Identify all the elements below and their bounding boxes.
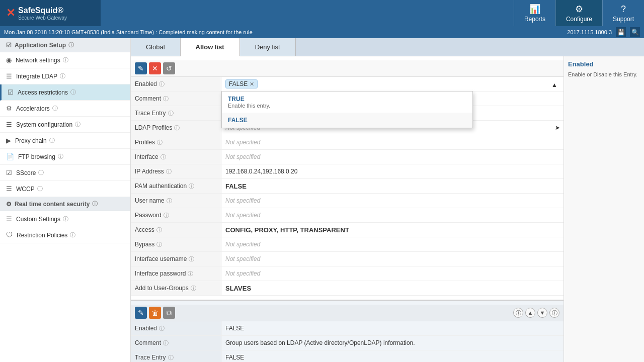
entry-1-interface-value: Not specified: [221, 150, 564, 164]
proxy-chain-label: Proxy chain: [15, 137, 47, 144]
sidebar-item-accelerators[interactable]: ⚙ Accelerators ⓘ: [0, 101, 130, 117]
access-restrictions-label: Access restrictions: [18, 89, 68, 96]
entry-1-scroll-up[interactable]: ▲: [551, 79, 564, 88]
entry-1: ✎ ✕ ↺ Enabled ⓘ FALSE ✕: [131, 56, 564, 301]
entry-2-info-btn[interactable]: ⓘ: [513, 308, 523, 318]
entry-1-pam-label: PAM authentication ⓘ: [131, 179, 221, 193]
sidebar-item-access-restrictions[interactable]: ☑ Access restrictions ⓘ: [0, 84, 130, 101]
sidebar-item-sscore[interactable]: ☑ SScore ⓘ: [0, 165, 130, 181]
entry-1-bypass-value: Not specified: [221, 237, 564, 251]
sscore-help-icon: ⓘ: [38, 169, 44, 176]
header-nav: 📊 Reports ⚙ Configure ? Support: [514, 0, 644, 26]
entry-1-ip-label: IP Address ⓘ: [131, 164, 221, 178]
tab-deny-list[interactable]: Deny list: [240, 38, 296, 56]
enabled-tag-close[interactable]: ✕: [250, 81, 254, 87]
entry-1-password-row: Password ⓘ Not specified: [131, 208, 564, 223]
entry-2-delete-btn[interactable]: 🗑: [149, 307, 161, 319]
entry-1-comment-label: Comment ⓘ: [131, 92, 221, 106]
right-panel-description: Enable or Disable this Entry.: [568, 71, 640, 78]
proxy-chain-icon: ▶: [6, 137, 11, 144]
entry-2-enabled-value: FALSE: [221, 321, 564, 335]
entry-1-enabled-value[interactable]: FALSE ✕ TRUE Enable this entry. FA: [221, 77, 551, 91]
real-time-icon: ⚙: [6, 201, 12, 208]
application-setup-help-icon: ⓘ: [68, 41, 74, 49]
tab-global[interactable]: Global: [131, 38, 181, 56]
support-icon: ?: [621, 4, 626, 15]
entry-1-edit-btn[interactable]: ✎: [135, 62, 147, 74]
entry-2-copy-btn[interactable]: ⧉: [163, 307, 175, 319]
logo-sub: Secure Web Gateway: [18, 15, 67, 21]
accelerators-help-icon: ⓘ: [52, 105, 58, 112]
entry-1-access-row: Access ⓘ CONFIG, PROXY, HTTP, TRANSPAREN…: [131, 223, 564, 237]
network-settings-icon: ◉: [6, 56, 12, 64]
entry-1-profiles-row: Profiles ⓘ Not specified: [131, 135, 564, 150]
statusbar-save-btn[interactable]: 💾: [616, 27, 626, 37]
entry-1-ifusername-row: Interface username ⓘ Not specified: [131, 252, 564, 266]
ftp-browsing-icon: 📄: [6, 153, 14, 160]
sidebar-section-application-setup[interactable]: ☑ Application Setup ⓘ: [0, 38, 130, 52]
sidebar-item-integrate-ldap[interactable]: ☰ Integrate LDAP ⓘ: [0, 68, 130, 84]
nav-reports[interactable]: 📊 Reports: [514, 0, 555, 26]
sidebar-item-proxy-chain[interactable]: ▶ Proxy chain ⓘ: [0, 133, 130, 149]
dropdown-option-true[interactable]: TRUE Enable this entry.: [222, 92, 472, 113]
sidebar-item-wccp[interactable]: ☰ WCCP ⓘ: [0, 181, 130, 197]
access-help-icon: ⓘ: [156, 226, 162, 234]
entry-1-ifpassword-label: Interface password ⓘ: [131, 266, 221, 281]
e2-enabled-help-icon: ⓘ: [159, 325, 165, 332]
network-settings-help-icon: ⓘ: [63, 56, 68, 64]
sidebar-item-network-settings[interactable]: ◉ Network settings ⓘ: [0, 52, 130, 68]
entry-1-access-value: CONFIG, PROXY, HTTP, TRANSPARENT: [221, 223, 564, 237]
sidebar-section-real-time-content-security[interactable]: ⚙ Real time content security ⓘ: [0, 197, 130, 211]
application-setup-icon: ☑: [6, 42, 12, 49]
entry-1-access-label: Access ⓘ: [131, 223, 221, 237]
system-configuration-label: System configuration: [16, 121, 72, 128]
profiles-help-icon: ⓘ: [157, 139, 163, 146]
sidebar-item-system-configuration[interactable]: ☰ System configuration ⓘ: [0, 117, 130, 133]
configure-icon: ⚙: [575, 4, 583, 15]
statusbar: Mon Jan 08 2018 13:20:10 GMT+0530 (India…: [0, 26, 644, 38]
sidebar: ☑ Application Setup ⓘ ◉ Network settings…: [0, 38, 131, 362]
header: ✕ SafeSquid® Secure Web Gateway 📊 Report…: [0, 0, 644, 26]
sidebar-item-ftp-browsing[interactable]: 📄 FTP browsing ⓘ: [0, 149, 130, 165]
network-settings-label: Network settings: [16, 57, 60, 64]
entry-1-ifusername-value: Not specified: [221, 252, 564, 266]
enabled-dropdown[interactable]: TRUE Enable this entry. FALSE: [221, 91, 473, 128]
entry-2-edit-btn[interactable]: ✎: [135, 307, 147, 319]
entry-2-trace-row: Trace Entry ⓘ FALSE: [131, 350, 564, 362]
entry-1-username-value: Not specified: [221, 194, 564, 208]
custom-settings-label: Custom Settings: [16, 216, 60, 223]
entry-2-comment-label: Comment ⓘ: [131, 336, 221, 350]
integrate-ldap-icon: ☰: [6, 72, 12, 80]
sscore-label: SScore: [16, 169, 36, 176]
tab-allow-list-label: Allow list: [196, 43, 224, 51]
dropdown-option-false[interactable]: FALSE: [222, 113, 472, 128]
sidebar-item-custom-settings[interactable]: ☰ Custom Settings ⓘ: [0, 211, 130, 227]
nav-support-label: Support: [613, 16, 634, 23]
statusbar-search-btn[interactable]: 🔍: [630, 27, 640, 37]
entry-1-interface-label: Interface ⓘ: [131, 150, 221, 164]
logo-area: ✕ SafeSquid® Secure Web Gateway: [0, 0, 101, 26]
reports-icon: 📊: [529, 4, 540, 15]
entry-1-bypass-row: Bypass ⓘ Not specified: [131, 237, 564, 252]
entry-2-comment-row: Comment ⓘ Group users based on LDAP (Act…: [131, 336, 564, 350]
tab-allow-list[interactable]: Allow list: [181, 38, 240, 56]
dropdown-option-true-desc: Enable this entry.: [228, 103, 466, 109]
sidebar-item-restriction-policies[interactable]: 🛡 Restriction Policies ⓘ: [0, 227, 130, 243]
entry-1-ldap-action[interactable]: ➤: [551, 124, 564, 131]
entry-1-bypass-label: Bypass ⓘ: [131, 237, 221, 251]
tabs: Global Allow list Deny list: [131, 38, 644, 56]
entry-2-more-btn[interactable]: ⓘ: [549, 308, 559, 318]
entry-2-enabled-label: Enabled ⓘ: [131, 321, 221, 335]
entry-1-ifusername-label: Interface username ⓘ: [131, 252, 221, 266]
nav-configure[interactable]: ⚙ Configure: [555, 0, 602, 26]
nav-support[interactable]: ? Support: [602, 0, 644, 26]
custom-settings-help-icon: ⓘ: [63, 215, 68, 223]
entry-2-down-btn[interactable]: ▼: [537, 308, 547, 318]
entry-1-delete-btn[interactable]: ✕: [149, 62, 161, 74]
entry-2-trace-label: Trace Entry ⓘ: [131, 350, 221, 362]
ifusername-help-icon: ⓘ: [189, 255, 194, 263]
enabled-tag[interactable]: FALSE ✕: [225, 79, 258, 88]
entry-1-toolbar: ✎ ✕ ↺: [131, 60, 564, 77]
entry-1-reset-btn[interactable]: ↺: [163, 62, 175, 74]
entry-2-up-btn[interactable]: ▲: [525, 308, 535, 318]
